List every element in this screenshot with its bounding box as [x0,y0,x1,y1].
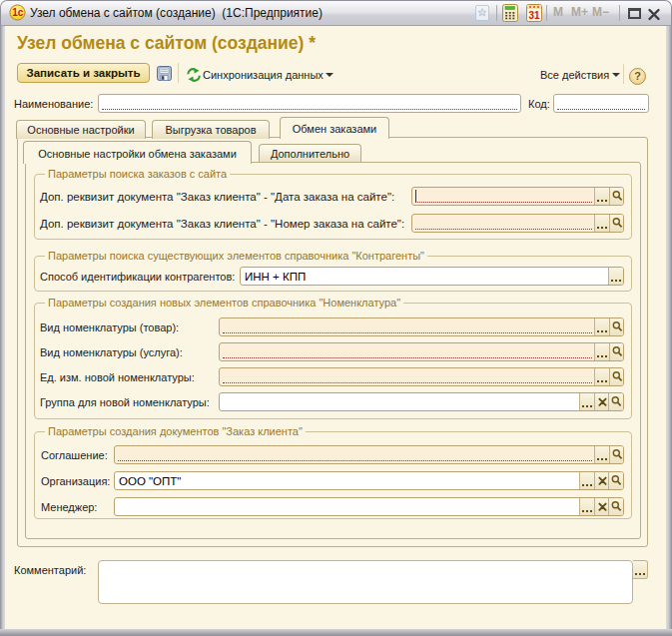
svg-text:1с: 1с [12,7,24,18]
svg-text:31: 31 [528,10,540,21]
